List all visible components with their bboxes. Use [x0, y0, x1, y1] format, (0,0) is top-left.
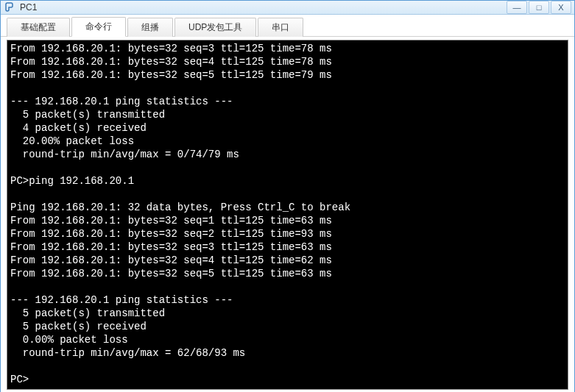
tab-basic-config[interactable]: 基础配置	[7, 18, 70, 37]
terminal-line	[10, 280, 565, 293]
terminal-line: From 192.168.20.1: bytes=32 seq=1 ttl=12…	[10, 214, 565, 227]
minimize-button[interactable]: —	[507, 1, 527, 14]
terminal-line: 5 packet(s) transmitted	[10, 307, 565, 320]
window-controls: — □ X	[505, 1, 571, 14]
app-window: PC1 — □ X 基础配置 命令行 组播 UDP发包工具 串口 From 19…	[0, 0, 575, 392]
terminal-line	[10, 360, 565, 373]
close-button[interactable]: X	[551, 1, 571, 14]
terminal-line	[10, 82, 565, 95]
terminal-line: round-trip min/avg/max = 0/74/79 ms	[10, 148, 565, 161]
terminal-line: --- 192.168.20.1 ping statistics ---	[10, 293, 565, 307]
terminal-line: 0.00% packet loss	[10, 333, 565, 346]
terminal-line: 5 packet(s) received	[10, 320, 565, 333]
terminal-line: From 192.168.20.1: bytes=32 seq=2 ttl=12…	[10, 227, 565, 240]
tab-udp-tool[interactable]: UDP发包工具	[174, 18, 256, 37]
terminal-line: From 192.168.20.1: bytes=32 seq=3 ttl=12…	[10, 42, 565, 55]
terminal-container: From 192.168.20.1: bytes=32 seq=3 ttl=12…	[1, 37, 574, 392]
maximize-button[interactable]: □	[529, 1, 549, 14]
terminal-line: From 192.168.20.1: bytes=32 seq=4 ttl=12…	[10, 254, 565, 267]
terminal-line: Ping 192.168.20.1: 32 data bytes, Press …	[10, 201, 565, 214]
tabbar: 基础配置 命令行 组播 UDP发包工具 串口	[1, 15, 574, 37]
terminal-line: PC>ping 192.168.20.1	[10, 174, 565, 188]
terminal-line: PC>	[10, 373, 565, 386]
terminal-line: 20.00% packet loss	[10, 135, 565, 148]
terminal[interactable]: From 192.168.20.1: bytes=32 seq=3 ttl=12…	[7, 40, 568, 390]
window-title: PC1	[20, 2, 505, 13]
terminal-line	[10, 188, 565, 201]
terminal-line: From 192.168.20.1: bytes=32 seq=4 ttl=12…	[10, 55, 565, 68]
terminal-line: From 192.168.20.1: bytes=32 seq=3 ttl=12…	[10, 240, 565, 254]
terminal-line: 5 packet(s) transmitted	[10, 108, 565, 121]
terminal-line: round-trip min/avg/max = 62/68/93 ms	[10, 346, 565, 360]
terminal-line: From 192.168.20.1: bytes=32 seq=5 ttl=12…	[10, 68, 565, 82]
tab-serial[interactable]: 串口	[258, 18, 303, 37]
terminal-line: 4 packet(s) received	[10, 121, 565, 135]
titlebar: PC1 — □ X	[1, 1, 574, 15]
tab-multicast[interactable]: 组播	[127, 18, 173, 37]
terminal-line: --- 192.168.20.1 ping statistics ---	[10, 95, 565, 108]
app-icon	[4, 1, 15, 13]
terminal-line: From 192.168.20.1: bytes=32 seq=5 ttl=12…	[10, 267, 565, 280]
tab-command-line[interactable]: 命令行	[71, 17, 126, 37]
terminal-line	[10, 161, 565, 174]
